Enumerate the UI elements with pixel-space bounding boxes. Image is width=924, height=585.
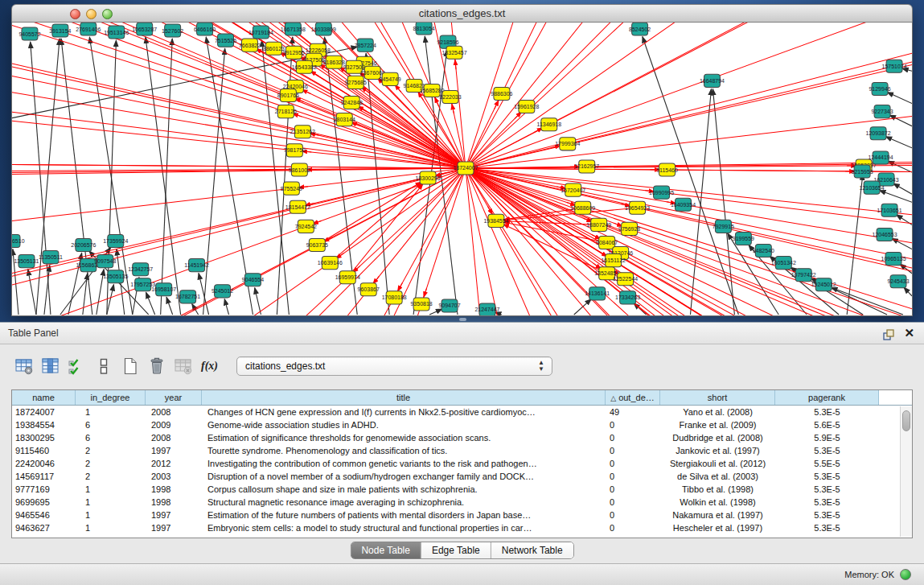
graph-node[interactable]: 9245012 <box>211 285 233 298</box>
graph-node[interactable]: 10639146 <box>318 257 343 270</box>
table-vertical-scrollbar[interactable] <box>900 406 912 537</box>
graph-node[interactable]: 8524502 <box>629 23 651 35</box>
table-row[interactable]: 1456911722003Disruption of a novel membe… <box>12 470 912 483</box>
column-header-title[interactable]: title <box>202 390 606 405</box>
graph-node[interactable]: 18154477 <box>285 200 310 213</box>
column-header-pagerank[interactable]: pagerank <box>775 390 879 405</box>
graph-node[interactable]: 16051342 <box>771 257 796 270</box>
graph-node[interactable]: 19513146 <box>104 26 129 39</box>
graph-node[interactable]: 8901766 <box>277 89 299 101</box>
network-graph[interactable]: 1872400718300295193845549405572391315427… <box>12 23 912 315</box>
column-header-out_de[interactable]: △out_de… <box>606 390 660 405</box>
graph-node[interactable]: 9242848 <box>341 97 363 109</box>
minimize-button[interactable] <box>86 9 97 19</box>
graph-node[interactable]: 9275685 <box>345 76 367 89</box>
graph-node[interactable]: 7981750 <box>284 144 306 157</box>
graph-node[interactable]: 9245433 <box>887 275 909 288</box>
table-row[interactable]: 2242004622012Investigating the contribut… <box>12 457 912 470</box>
network-canvas[interactable]: 1872400718300295193845549405572391315427… <box>11 23 913 316</box>
graph-node[interactable]: 8186328 <box>323 56 345 68</box>
graph-node[interactable]: 19654923 <box>625 201 650 214</box>
function-builder-button[interactable]: f(x) <box>199 356 220 377</box>
graph-node[interactable]: 9199559 <box>733 232 754 245</box>
graph-node[interactable]: 9886306 <box>491 87 512 100</box>
graph-node[interactable]: 9063735 <box>306 238 328 251</box>
graph-node[interactable]: 9097548 <box>94 255 116 268</box>
row-checks-button[interactable] <box>66 356 88 377</box>
delete-column-trash-button[interactable] <box>146 356 167 377</box>
graph-node[interactable]: 17334263 <box>615 291 640 304</box>
float-window-icon[interactable] <box>882 328 895 340</box>
graph-node[interactable]: 13505135 <box>103 270 128 283</box>
graph-node[interactable]: 25306510 <box>12 234 25 247</box>
graph-node[interactable]: 27691406 <box>76 23 101 35</box>
graph-node[interactable]: 8912955 <box>283 46 305 59</box>
tab-edge-table[interactable]: Edge Table <box>421 542 491 558</box>
network-window-titlebar[interactable]: citations_edges.txt <box>11 4 913 23</box>
close-button[interactable] <box>70 9 80 19</box>
graph-node[interactable]: 12162957 <box>574 160 599 173</box>
graph-node[interactable]: 9756928 <box>618 222 640 235</box>
tab-node-table[interactable]: Node Table <box>351 542 421 558</box>
graph-node[interactable]: 6466160 <box>194 23 216 35</box>
graph-node[interactable]: 15961928 <box>514 101 539 113</box>
graph-node[interactable]: 12093872 <box>866 127 891 140</box>
zoom-button[interactable] <box>102 9 113 19</box>
graph-node[interactable]: 16409354 <box>671 198 696 211</box>
graph-node[interactable]: 21351262 <box>290 126 315 138</box>
graph-node[interactable]: 7857224 <box>355 39 376 51</box>
graph-node[interactable]: 3913154 <box>49 24 71 37</box>
graph-node[interactable]: 8454749 <box>380 72 401 85</box>
table-row[interactable]: 1830029562008Estimation of significance … <box>12 431 912 444</box>
table-row[interactable]: 977716911998Corpus callosum shape and si… <box>12 483 912 496</box>
graph-node[interactable]: 11350511 <box>39 251 63 264</box>
graph-node[interactable]: 9482540 <box>753 245 774 257</box>
graph-node[interactable]: 7929915 <box>713 220 734 233</box>
graph-node[interactable]: 7663822 <box>239 39 261 51</box>
graph-node[interactable]: 9227343 <box>871 105 893 118</box>
graph-node[interactable]: 9129946 <box>869 82 890 95</box>
graph-node[interactable]: 17080188 <box>382 291 407 304</box>
graph-node[interactable]: 20206576 <box>71 238 96 251</box>
graph-node[interactable]: 1527602 <box>162 24 183 37</box>
graph-node[interactable]: 14136141 <box>585 287 610 300</box>
graph-node[interactable]: 9350818 <box>411 298 433 311</box>
graph-node[interactable]: 7924542 <box>295 220 317 233</box>
column-header-year[interactable]: year <box>146 390 202 405</box>
graph-node[interactable]: 9115460 <box>656 163 678 176</box>
graph-node[interactable]: 9861002 <box>289 163 310 176</box>
graph-node[interactable]: 8222033 <box>439 90 461 103</box>
graph-node[interactable]: 9603867 <box>358 283 380 296</box>
graph-node[interactable]: 8215953 <box>852 165 873 178</box>
graph-node[interactable]: 7515526 <box>215 34 236 47</box>
rows-button[interactable] <box>92 356 114 377</box>
graph-node[interactable]: 9046554 <box>242 274 264 286</box>
graph-node[interactable]: 16959974 <box>335 271 360 284</box>
scrollbar-thumb[interactable] <box>902 410 910 431</box>
column-header-in_degree[interactable]: in_degree <box>76 390 146 405</box>
graph-node[interactable]: 13505131 <box>14 255 39 268</box>
tab-network-table[interactable]: Network Table <box>491 542 573 558</box>
panel-splitter-handle[interactable] <box>459 318 466 321</box>
graph-node[interactable]: 17103651 <box>877 204 902 216</box>
table-row[interactable]: 946362711997Embryonic stem cells: a mode… <box>12 521 912 534</box>
graph-node[interactable]: 17359924 <box>103 234 128 247</box>
graph-node[interactable]: 2718126 <box>275 105 297 118</box>
graph-node[interactable]: 18807249 <box>586 218 611 231</box>
graph-node[interactable]: 10653287 <box>132 23 157 35</box>
new-document-button[interactable] <box>119 356 141 377</box>
table-row[interactable]: 969969511998Structural magnetic resonanc… <box>12 496 912 509</box>
table-row[interactable]: 1938455462009Genome-wide association stu… <box>12 418 912 431</box>
graph-node[interactable]: 2803144 <box>334 113 355 126</box>
table-row[interactable]: 1872400712008Changes of HCN gene express… <box>12 406 912 418</box>
graph-node[interactable]: 8860123 <box>263 42 285 55</box>
close-panel-icon[interactable]: ✕ <box>904 326 914 340</box>
graph-node[interactable]: 16033809 <box>311 23 336 35</box>
column-header-short[interactable]: short <box>660 390 775 405</box>
graph-node[interactable]: 12342757 <box>128 263 153 276</box>
graph-node[interactable]: 10965135 <box>881 253 906 266</box>
table-select-dropdown[interactable]: citations_edges.txt ▲▼ <box>236 356 552 376</box>
graph-node[interactable]: 16648794 <box>700 74 725 87</box>
column-header-name[interactable]: name <box>12 390 76 405</box>
table-row[interactable]: 911546021997Tourette syndrome. Phenomeno… <box>12 444 912 457</box>
